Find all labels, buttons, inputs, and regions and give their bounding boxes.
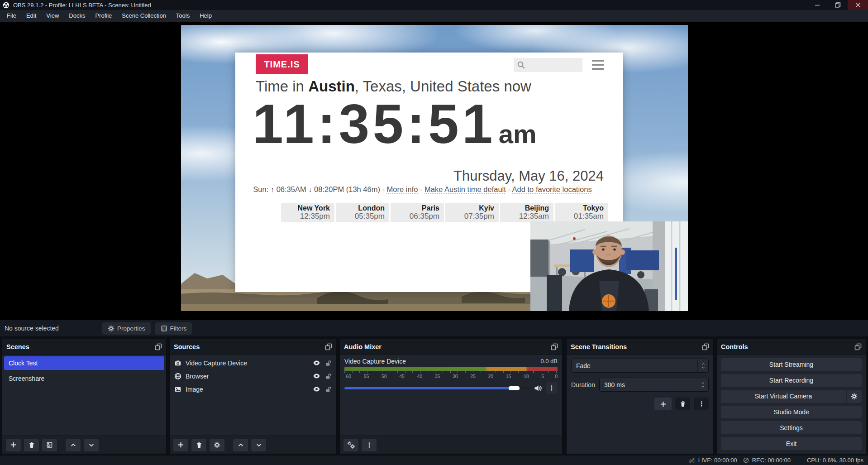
add-scene-button[interactable] (6, 439, 21, 451)
title-bar: OBS 29.1.2 - Profile: LLHLS BETA - Scene… (0, 0, 868, 10)
scene-up-button[interactable] (66, 439, 81, 451)
timeis-sun-info: Sun: ↑ 06:35AM ↓ 08:20PM (13h 46m) - Mor… (235, 185, 610, 194)
add-transition-button[interactable] (654, 398, 672, 410)
obs-logo-icon (3, 2, 10, 9)
menu-scene-collection[interactable]: Scene Collection (117, 10, 171, 22)
globe-icon (174, 373, 181, 380)
gear-icon (108, 325, 114, 332)
menu-edit[interactable]: Edit (21, 10, 41, 22)
menu-profile[interactable]: Profile (90, 10, 117, 22)
chevron-up-icon (701, 362, 706, 366)
menu-docks[interactable]: Docks (64, 10, 90, 22)
dots-vertical-icon (698, 401, 705, 407)
filters-button[interactable]: Filters (155, 322, 192, 335)
no-source-selected-label: No source selected (5, 325, 102, 332)
menu-help[interactable]: Help (195, 10, 217, 22)
advanced-audio-button[interactable] (343, 439, 358, 451)
timeis-city-table: New York12:35pm London05:35pm Paris06:35… (281, 203, 608, 222)
mixer-menu-button[interactable] (362, 439, 377, 451)
timeis-clock: 11:35:51am (253, 92, 536, 156)
chevron-up-icon[interactable] (701, 381, 705, 385)
mixer-db-value: 0.0 dB (540, 358, 558, 365)
lock-icon[interactable] (324, 386, 332, 393)
maximize-button[interactable] (827, 0, 848, 10)
live-timer: LIVE: 00:00:00 (698, 457, 737, 464)
transition-menu-button[interactable] (694, 398, 709, 410)
image-icon (174, 386, 181, 393)
source-properties-button[interactable] (210, 439, 224, 451)
remove-scene-button[interactable] (24, 439, 39, 451)
menu-file[interactable]: File (2, 10, 21, 22)
popout-icon[interactable] (854, 343, 862, 350)
mixer-channel-label: Video Capture Device (344, 358, 406, 365)
source-down-button[interactable] (251, 439, 266, 451)
chevron-up-icon (70, 442, 76, 448)
start-recording-button[interactable]: Start Recording (721, 374, 862, 387)
source-row-image[interactable]: Image (170, 383, 336, 396)
settings-button[interactable]: Settings (721, 421, 862, 434)
speaker-icon[interactable] (534, 384, 542, 393)
source-row-browser[interactable]: Browser (170, 369, 336, 383)
gear-icon (214, 441, 220, 448)
webcam-source-overlay[interactable] (530, 221, 688, 311)
magnifier-icon (517, 61, 525, 69)
close-button[interactable] (848, 0, 868, 10)
lock-icon[interactable] (324, 360, 332, 367)
city-cell: London05:35pm (336, 203, 389, 222)
minimize-button[interactable] (807, 0, 827, 10)
properties-button[interactable]: Properties (102, 322, 151, 335)
chevron-up-icon (238, 442, 244, 448)
more-info-link: More info (387, 185, 418, 193)
popout-icon[interactable] (155, 343, 162, 350)
scene-down-button[interactable] (84, 439, 99, 451)
controls-title: Controls (721, 343, 748, 350)
city-cell: Kyiv07:35pm (445, 203, 499, 222)
visibility-eye-icon[interactable] (313, 385, 320, 393)
volume-slider-handle[interactable] (509, 386, 520, 390)
add-source-button[interactable] (173, 439, 188, 451)
mixer-channel-menu-button[interactable] (546, 382, 558, 394)
chevron-down-icon[interactable] (701, 385, 705, 388)
filter-icon (161, 325, 167, 332)
volume-slider[interactable] (344, 385, 530, 391)
city-cell: New York12:35pm (281, 203, 334, 222)
popout-icon[interactable] (325, 343, 332, 350)
source-up-button[interactable] (233, 439, 248, 451)
window-title: OBS 29.1.2 - Profile: LLHLS BETA - Scene… (13, 2, 151, 9)
visibility-eye-icon[interactable] (313, 372, 320, 380)
menu-view[interactable]: View (41, 10, 64, 22)
popout-icon[interactable] (702, 343, 709, 350)
start-streaming-button[interactable]: Start Streaming (721, 358, 862, 371)
program-canvas[interactable]: TIME.IS Time in Austin, Texas, United St… (181, 25, 688, 311)
rec-timer: REC: 00:00:00 (752, 457, 791, 464)
meter-tick-labels: -60-55-50 -45-40-35 -30-25-20 -15-10-5 0 (344, 374, 558, 379)
record-off-icon (743, 457, 749, 464)
remove-source-button[interactable] (191, 439, 206, 451)
scene-filters-button[interactable] (42, 439, 57, 451)
source-toolbar: No source selected Properties Filters (0, 320, 868, 336)
plus-icon (10, 441, 17, 448)
scene-transitions-panel: Scene Transitions Fade Duration 300 ms (566, 339, 714, 454)
exit-button[interactable]: Exit (721, 437, 862, 450)
lock-icon[interactable] (324, 373, 332, 380)
visibility-eye-icon[interactable] (313, 359, 320, 367)
transition-select[interactable]: Fade (571, 359, 709, 373)
duration-input[interactable]: 300 ms (599, 378, 709, 392)
transitions-title: Scene Transitions (571, 343, 627, 350)
sources-panel: Sources Video Capture Device Browser (169, 339, 337, 454)
source-row-video-capture[interactable]: Video Capture Device (170, 356, 336, 369)
popout-icon[interactable] (551, 343, 558, 350)
select-spinner[interactable] (697, 359, 708, 372)
trash-icon (680, 401, 686, 407)
chevron-down-icon (88, 442, 95, 448)
clock-digits: 11:35:51 (253, 93, 496, 155)
scene-item-screenshare[interactable]: Screenshare (4, 372, 164, 385)
scene-item-clock-test[interactable]: Clock Test (4, 356, 164, 370)
hamburger-menu-icon (592, 60, 604, 70)
remove-transition-button[interactable] (675, 398, 690, 410)
studio-mode-button[interactable]: Studio Mode (721, 406, 862, 419)
menu-tools[interactable]: Tools (171, 10, 195, 22)
virtual-camera-config-button[interactable] (847, 390, 862, 403)
controls-panel: Controls Start Streaming Start Recording… (716, 339, 866, 454)
start-virtual-camera-button[interactable]: Start Virtual Camera (721, 390, 846, 403)
